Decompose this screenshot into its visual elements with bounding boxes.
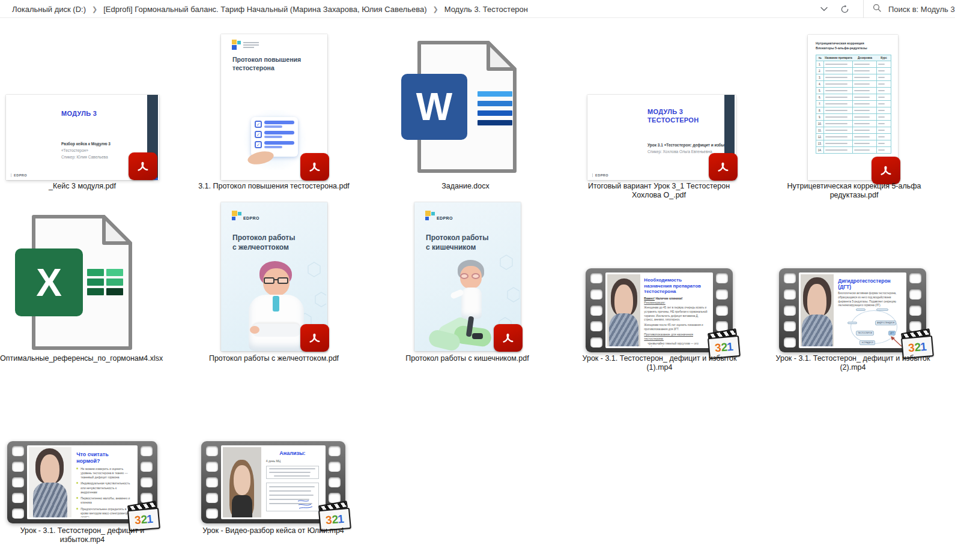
slide-speaker: Спикер: Хохлова Ольга Евгеньевна bbox=[647, 149, 712, 154]
file-name: Протокол работы с кишечником.pdf bbox=[395, 354, 539, 363]
row-number: 9. bbox=[816, 114, 824, 120]
breadcrumb-item-course[interactable]: [Edprofi] Гормональный баланс. Тариф Нач… bbox=[103, 5, 426, 14]
file-name: Задание.docx bbox=[405, 182, 526, 191]
slide-subtitle: Урок 3.1 «Тестостерон: дефицит и избыток… bbox=[647, 143, 733, 147]
handwritten-marks bbox=[297, 499, 315, 510]
word-letter: W bbox=[401, 74, 467, 140]
film-strip-thumbnail: Анализы: 4 день МЦ bbox=[201, 441, 345, 523]
breadcrumb: Локальный диск (D:) ❯ [Edprofi] Гормонал… bbox=[12, 0, 528, 18]
row-number: 7. bbox=[816, 101, 824, 107]
pdf-badge-icon bbox=[872, 157, 900, 184]
file-name: Урок - Видео-разбор кейса от Юлии.mp4 bbox=[195, 526, 351, 535]
table-row: 14. bbox=[816, 147, 891, 154]
edpro-logo-icon: EDPRO bbox=[425, 211, 453, 220]
table-row: 11. bbox=[816, 127, 891, 134]
slide-title: МОДУЛЬ 3 bbox=[61, 110, 97, 118]
pdf-cover-thumbnail: Протокол повышения тестостерона ✓ ✓ ✓ bbox=[221, 34, 327, 180]
row-number: 8. bbox=[816, 107, 824, 113]
search-input[interactable]: Поиск в: Модуль 3. Т bbox=[863, 0, 955, 18]
breadcrumb-item-module[interactable]: Модуль 3. Тестостерон bbox=[444, 5, 528, 14]
excel-grid-cells bbox=[87, 269, 123, 295]
slide-title: Необходимость назначения препаратов тест… bbox=[644, 277, 708, 295]
table-row: 1. bbox=[816, 61, 891, 68]
pdf-doc-thumbnail: Нутрицевтическая коррекция Блокаторы 5-а… bbox=[808, 35, 898, 180]
nutrition-table: № Название препарата Дозировка Курс 1. bbox=[816, 55, 891, 154]
slide-content: Необходимость назначения препаратов тест… bbox=[640, 274, 711, 346]
table-header-row: № Название препарата Дозировка Курс bbox=[816, 55, 891, 61]
word-text-lines bbox=[478, 91, 512, 125]
search-icon bbox=[873, 4, 881, 14]
pdf-badge-icon bbox=[300, 153, 329, 181]
edpro-logo-icon bbox=[232, 40, 259, 49]
file-name: _Кейс 3 модуля.pdf bbox=[22, 182, 142, 191]
slide-text: Разбор кейса к Модулю 3 «Тестостерон» Сп… bbox=[61, 140, 111, 160]
refresh-icon[interactable] bbox=[836, 0, 853, 18]
slide-speaker: Спикер: Юлия Савельева bbox=[61, 155, 108, 159]
address-bar: Локальный диск (D:) ❯ [Edprofi] Гормонал… bbox=[0, 0, 955, 18]
table-row: 6. bbox=[816, 94, 891, 101]
table-row: 5. bbox=[816, 88, 891, 94]
excel-letter: X bbox=[15, 248, 83, 316]
file-name: Нутрицевтическая коррекция 5-альфа редук… bbox=[781, 182, 927, 200]
file-explorer-window: Локальный диск (D:) ❯ [Edprofi] Гормонал… bbox=[0, 0, 955, 560]
lab-table bbox=[266, 483, 319, 511]
file-name: 3.1. Протокол повышения тестостерона.pdf bbox=[190, 182, 358, 191]
row-number: 6. bbox=[816, 94, 824, 100]
slide-content: Анализы: 4 день МЦ bbox=[261, 447, 324, 517]
breadcrumb-separator-icon: ❯ bbox=[92, 5, 97, 13]
row-number: 10. bbox=[816, 121, 824, 127]
row-number: 4. bbox=[816, 81, 824, 87]
row-number: 2. bbox=[816, 68, 824, 74]
file-name: Урок - 3.1. Тестостерон_ дефицит и избыт… bbox=[11, 526, 153, 545]
file-name: Оптимальные_референсы_по_гормонам4.xlsx bbox=[0, 354, 162, 363]
doc-title: Нутрицевтическая коррекция Блокаторы 5-а… bbox=[816, 41, 867, 51]
table-row: 3. bbox=[816, 74, 891, 81]
slide-quote: «Тестостерон» bbox=[61, 148, 88, 152]
search-text: Поиск в: Модуль 3. Т bbox=[888, 5, 955, 14]
row-number: 1. bbox=[816, 61, 824, 67]
slide-title: Что считать нормой? bbox=[76, 451, 131, 465]
table-row: 2. bbox=[816, 68, 891, 74]
table-row: 13. bbox=[816, 140, 891, 147]
breadcrumb-item-drive[interactable]: Локальный диск (D:) bbox=[12, 5, 86, 14]
edpro-brand-label: EDPRO bbox=[437, 216, 453, 220]
video-frame: Что считать нормой? Не можем измерить и … bbox=[27, 445, 138, 519]
slide-title: Дигидротестостерон (ДГТ) bbox=[838, 278, 900, 290]
cover-title: Протокол работы с кишечником bbox=[426, 233, 488, 252]
slide-title: МОДУЛЬ 3 ТЕСТОСТЕРОН bbox=[647, 108, 699, 125]
cover-title: Протокол повышения тестостерона bbox=[232, 56, 301, 72]
row-number: 11. bbox=[816, 127, 824, 133]
film-strip-thumbnail: Необходимость назначения препаратов тест… bbox=[586, 268, 733, 352]
edpro-brand-label: EDPRO bbox=[11, 173, 27, 177]
slide-content: Дигидротестостерон (ДГТ) Биологически ак… bbox=[834, 274, 905, 346]
cover-title: Протокол работы с желчеоттоком bbox=[232, 233, 295, 252]
hormone-diagram: АНДРОСТЕНДИОН ТЕСТОСТЕРОН ДГТ ЭСТРАДИОЛ bbox=[850, 310, 897, 344]
row-number: 13. bbox=[816, 140, 824, 146]
row-number: 5. bbox=[816, 88, 824, 94]
row-number: 12. bbox=[816, 134, 824, 140]
table-row: 8. bbox=[816, 107, 891, 114]
pdf-badge-icon bbox=[300, 324, 329, 352]
video-frame: Анализы: 4 день МЦ bbox=[221, 445, 326, 519]
pdf-cover-thumbnail: EDPRO Протокол работы с желчеоттоком bbox=[221, 202, 327, 351]
excel-icon: X bbox=[15, 211, 135, 353]
table-row: 12. bbox=[816, 134, 891, 140]
row-number: 3. bbox=[816, 74, 824, 80]
chevron-down-icon[interactable] bbox=[816, 0, 832, 18]
pdf-badge-icon bbox=[129, 152, 157, 180]
table-row: 10. bbox=[816, 121, 891, 127]
slide-subtitle: 4 день МЦ bbox=[266, 459, 319, 463]
lab-table bbox=[266, 466, 319, 479]
table-body: 1. 2. 3. bbox=[816, 61, 891, 154]
file-name: Урок - 3.1. Тестостерон_ дефицит и избыт… bbox=[774, 354, 932, 373]
edpro-logo-icon: EDPRO bbox=[232, 211, 259, 220]
edpro-brand-label: EDPRO bbox=[243, 216, 259, 220]
breadcrumb-separator-icon: ❯ bbox=[432, 5, 438, 13]
video-frame: Дигидротестостерон (ДГТ) Биологически ак… bbox=[799, 272, 906, 348]
pdf-slide-thumbnail: МОДУЛЬ 3 ТЕСТОСТЕРОН Урок 3.1 «Тестостер… bbox=[587, 95, 736, 180]
video-frame: Необходимость назначения препаратов тест… bbox=[605, 272, 713, 348]
pdf-badge-icon bbox=[709, 153, 738, 181]
presenter-photo bbox=[223, 447, 261, 517]
edpro-brand-label: EDPRO bbox=[592, 173, 608, 177]
row-number: 14. bbox=[816, 147, 824, 153]
